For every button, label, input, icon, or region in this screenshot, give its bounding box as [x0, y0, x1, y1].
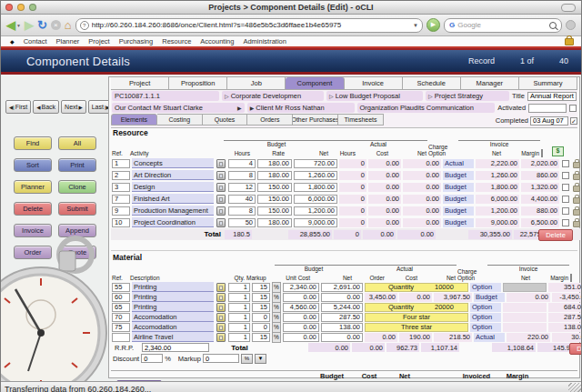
- net-field[interactable]: 0.00: [321, 293, 363, 302]
- ref-field[interactable]: 2: [112, 171, 130, 180]
- tab-project[interactable]: Project: [111, 77, 169, 89]
- rrp-field[interactable]: 2,340.00: [142, 343, 209, 352]
- reload-button[interactable]: ↻: [37, 20, 47, 31]
- ref-field[interactable]: 65: [112, 303, 130, 312]
- markup-field[interactable]: 0: [252, 313, 270, 322]
- markup-field[interactable]: 0: [203, 354, 239, 363]
- charge-option-select[interactable]: Budget: [474, 293, 505, 302]
- markup-field[interactable]: 15: [252, 303, 270, 312]
- stop-button[interactable]: ×: [51, 20, 61, 30]
- row-checkbox[interactable]: [562, 160, 569, 167]
- charge-option-select[interactable]: Option: [470, 323, 501, 332]
- activity-cell[interactable]: Project Coordination: [132, 217, 214, 227]
- net-field[interactable]: 1,260.00: [294, 171, 337, 180]
- sort-button[interactable]: Sort: [14, 158, 52, 172]
- completed-checkbox[interactable]: ✓: [570, 117, 577, 125]
- activated-checkbox[interactable]: [569, 105, 577, 112]
- search-field[interactable]: G Google: [444, 18, 562, 33]
- window-titlebar[interactable]: Projects > Component Details (Edit) - oC…: [1, 1, 581, 15]
- material-detail-icon[interactable]: [216, 333, 226, 342]
- material-detail-icon[interactable]: [216, 283, 226, 292]
- ref-field[interactable]: 10: [112, 218, 130, 227]
- net-field[interactable]: 1,200.00: [294, 206, 337, 216]
- lock-icon[interactable]: [573, 162, 580, 168]
- charge-option-select[interactable]: Option: [470, 303, 501, 312]
- hours-field[interactable]: 8: [228, 206, 256, 216]
- material-detail-icon[interactable]: [216, 293, 226, 302]
- charge-option-select[interactable]: Budget: [443, 218, 474, 227]
- row-checkbox[interactable]: [562, 207, 569, 215]
- description-cell[interactable]: Printing: [132, 302, 214, 312]
- markup-field[interactable]: 0: [252, 323, 270, 332]
- bookmark-purchasing[interactable]: Purchasing: [119, 37, 154, 45]
- delete-button[interactable]: Delete: [14, 202, 52, 216]
- organization-field[interactable]: OrganizationPlaudits Communication: [357, 103, 496, 113]
- resource-detail-icon[interactable]: [216, 206, 226, 216]
- net-field[interactable]: 138.00: [321, 323, 363, 332]
- rate-field[interactable]: 150.00: [257, 195, 292, 204]
- percent-button[interactable]: %: [272, 332, 281, 343]
- toolbar-toggle-pill[interactable]: [561, 4, 576, 12]
- net-field[interactable]: 1,800.00: [294, 183, 337, 192]
- markup-field[interactable]: 15: [252, 293, 270, 302]
- markup-field[interactable]: 15: [252, 283, 270, 292]
- qty-field[interactable]: 1: [228, 333, 250, 342]
- material-detail-icon[interactable]: [216, 313, 226, 322]
- lock-icon[interactable]: [573, 174, 580, 180]
- row-checkbox[interactable]: [562, 172, 569, 179]
- tab-schedule[interactable]: Schedule: [403, 77, 461, 89]
- ref-field[interactable]: 75: [112, 323, 130, 332]
- title-field[interactable]: Annual Report: [527, 92, 577, 101]
- completed-field[interactable]: 03 Aug 07: [530, 116, 568, 126]
- bookmark-contact[interactable]: Contact: [24, 37, 47, 45]
- subtab-costing[interactable]: Costing: [157, 114, 203, 126]
- bookmark-resource[interactable]: Resource: [162, 37, 191, 45]
- unit-cost-field[interactable]: 0.00: [283, 293, 319, 302]
- crumb-project[interactable]: ▷Corporate Developmen: [222, 91, 324, 101]
- first-record-button[interactable]: ◀|First: [5, 100, 31, 114]
- bookmark-project[interactable]: Project: [88, 37, 109, 45]
- unit-cost-field[interactable]: 4,560.00: [283, 303, 319, 312]
- description-cell[interactable]: Printing: [132, 282, 214, 292]
- resource-detail-icon[interactable]: [216, 183, 226, 192]
- rate-field[interactable]: 180.00: [257, 171, 292, 180]
- activated-field[interactable]: [528, 104, 567, 113]
- tab-manager[interactable]: Manager: [461, 77, 519, 89]
- row-checkbox[interactable]: [562, 184, 569, 191]
- tab-proposition[interactable]: Proposition: [169, 77, 227, 89]
- bookmark-administration[interactable]: Administration: [243, 37, 286, 45]
- charge-option-select[interactable]: Actual: [443, 159, 474, 168]
- charge-option-select[interactable]: Budget: [443, 206, 474, 216]
- qty-field[interactable]: 1: [228, 313, 250, 322]
- qty-field[interactable]: 1: [228, 283, 250, 292]
- lock-icon[interactable]: [573, 186, 580, 192]
- discount-field[interactable]: 0: [141, 354, 163, 363]
- back-button[interactable]: ◀▼: [6, 20, 21, 31]
- next-record-button[interactable]: Next▶: [61, 100, 86, 114]
- row-checkbox[interactable]: [562, 219, 569, 226]
- search-placeholder[interactable]: Google: [457, 21, 547, 29]
- component-code[interactable]: PC10087.1.1.1: [112, 91, 219, 101]
- net-field[interactable]: 0.00: [321, 333, 363, 342]
- go-button[interactable]: ▶: [426, 18, 440, 32]
- charge-option-select[interactable]: Budget: [443, 171, 474, 180]
- crumb-strategy[interactable]: ▷Project Strategy: [426, 91, 509, 101]
- activity-cell[interactable]: Concepts: [132, 158, 214, 168]
- charge-option-select[interactable]: Budget: [443, 195, 474, 204]
- option-highlight-cell[interactable]: Four star: [365, 313, 468, 322]
- url-dropdown-icon[interactable]: ▼: [413, 23, 418, 28]
- subtab-timesheets[interactable]: Timesheets: [338, 114, 384, 126]
- ref-field[interactable]: 7: [112, 195, 130, 204]
- hours-field[interactable]: 8: [228, 171, 256, 180]
- markup-field[interactable]: 15: [252, 333, 270, 342]
- crumb-proposal[interactable]: ▷Low Budget Proposal: [326, 91, 423, 101]
- unit-cost-field[interactable]: 2,340.00: [283, 283, 319, 292]
- url-text[interactable]: http://60.260.184.260:8686/once/Client.h…: [92, 21, 410, 29]
- previous-record-button[interactable]: ◀Back: [33, 100, 59, 114]
- resource-detail-icon[interactable]: [216, 218, 226, 227]
- hours-field[interactable]: 4: [228, 159, 256, 168]
- qty-field[interactable]: 1: [228, 323, 250, 332]
- material-detail-icon[interactable]: [216, 303, 226, 312]
- subtab-orders[interactable]: Orders: [247, 114, 293, 126]
- charge-option-select[interactable]: Budget: [443, 183, 474, 192]
